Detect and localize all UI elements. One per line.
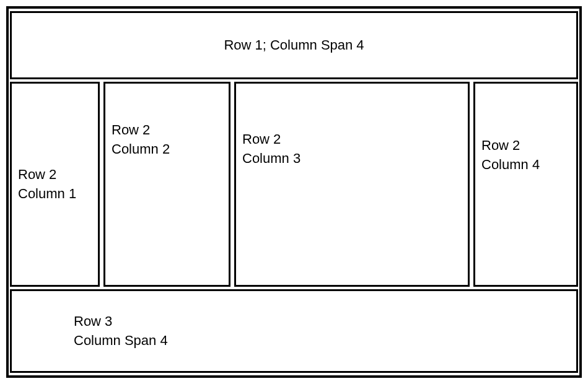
row-2-col-2-line-2: Column 2 xyxy=(112,140,229,159)
row-1-cell: Row 1; Column Span 4 xyxy=(10,11,578,79)
row-2-col-4-cell: Row 2 Column 4 xyxy=(473,82,578,287)
row-2-col-3-line-2: Column 3 xyxy=(242,149,468,168)
row-2-col-2-cell: Row 2 Column 2 xyxy=(103,82,230,287)
row-1-label: Row 1; Column Span 4 xyxy=(224,37,364,53)
row-3-line-1: Row 3 xyxy=(74,312,576,331)
row-2-col-1-line-2: Column 1 xyxy=(18,185,98,204)
row-3-line-2: Column Span 4 xyxy=(74,331,576,351)
row-2-col-1-cell: Row 2 Column 1 xyxy=(10,82,100,287)
row-2-col-4-line-1: Row 2 xyxy=(481,136,576,155)
row-2-col-4-line-2: Column 4 xyxy=(481,155,576,175)
row-2-col-3-line-1: Row 2 xyxy=(242,130,468,149)
table-diagram: Row 1; Column Span 4 Row 2 Column 1 Row … xyxy=(6,6,582,378)
row-2-col-2-line-1: Row 2 xyxy=(112,121,229,140)
row-3-cell: Row 3 Column Span 4 xyxy=(10,289,578,373)
row-2-col-1-line-1: Row 2 xyxy=(18,165,98,185)
row-2-col-3-cell: Row 2 Column 3 xyxy=(234,82,470,287)
row-2: Row 2 Column 1 Row 2 Column 2 Row 2 Colu… xyxy=(10,82,578,287)
